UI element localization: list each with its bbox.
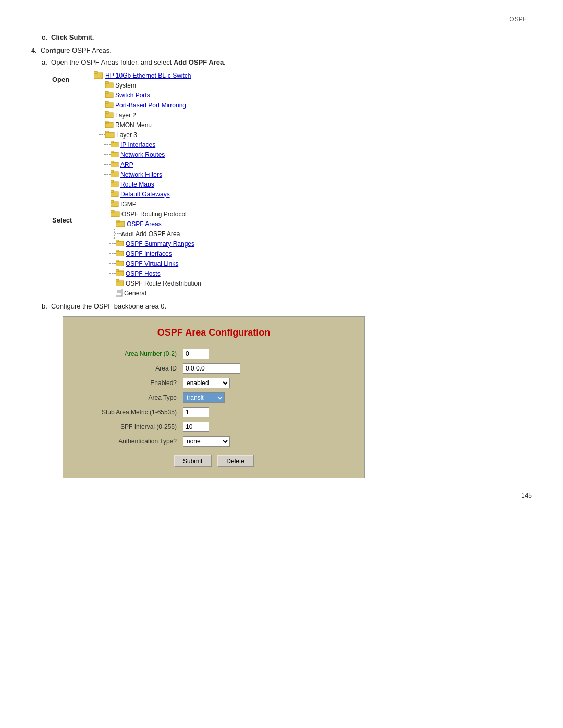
folder-icon-ospf-summary-ranges xyxy=(116,240,124,248)
tree-item-layer2: Layer 2 xyxy=(99,110,532,120)
folder-icon-layer3 xyxy=(105,131,115,139)
tree-label-default-gateways[interactable]: Default Gateways xyxy=(120,191,170,198)
select-area-type[interactable]: transit stub nssa xyxy=(183,392,225,403)
step-4a-prefix: a. xyxy=(42,58,47,66)
svg-rect-13 xyxy=(105,131,109,133)
tree-item-general: General xyxy=(109,288,532,298)
step-4a-bold: Add OSPF Area. xyxy=(174,58,226,66)
delete-button[interactable]: Delete xyxy=(217,455,254,467)
svg-rect-1 xyxy=(94,71,97,73)
step-4b-label: Configure the OSPF backbone area 0. xyxy=(51,302,166,310)
tree-item-system: System xyxy=(99,80,532,90)
tree-item-network-routes: Network Routes xyxy=(104,150,532,159)
label-enabled: Enabled? xyxy=(79,379,183,387)
select-enabled[interactable]: enabled disabled xyxy=(183,378,230,388)
tree-item-network-filters: Network Filters xyxy=(104,169,532,179)
step-c-text: Click xyxy=(51,33,69,41)
tree-label-ospf-virtual-links[interactable]: OSPF Virtual Links xyxy=(126,260,178,267)
config-form: Area Number (0-2) Area ID Enabled? enabl… xyxy=(79,349,349,467)
tree-label-network-filters[interactable]: Network Filters xyxy=(120,171,162,178)
page-number: 145 xyxy=(521,492,532,499)
label-area-id: Area ID xyxy=(79,365,183,372)
svg-rect-42 xyxy=(116,289,122,296)
folder-icon-port-mirroring xyxy=(105,101,114,109)
tree-label-ospf-routing-protocol: OSPF Routing Protocol xyxy=(121,211,187,218)
step-4a-text: a. Open the OSPF Areas folder, and selec… xyxy=(42,58,532,66)
tree-label-ospf-summary-ranges[interactable]: OSPF Summary Ranges xyxy=(126,240,194,248)
form-row-area-id: Area ID xyxy=(79,363,349,374)
svg-rect-41 xyxy=(116,279,119,281)
submit-button[interactable]: Submit xyxy=(174,455,212,467)
tree-label-route-maps[interactable]: Route Maps xyxy=(120,181,154,188)
svg-rect-27 xyxy=(111,200,114,202)
tree-item-ospf-route-redist: OSPF Route Redistribution xyxy=(109,278,532,288)
tree-item-ospf-interfaces: OSPF Interfaces xyxy=(109,249,532,258)
label-stub-metric: Stub Area Metric (1-65535) xyxy=(79,409,183,416)
folder-icon-arp xyxy=(111,161,119,169)
folder-icon-ospf-routing xyxy=(111,210,120,218)
add-icon: Add! xyxy=(121,231,134,237)
folder-icon-ospf-hosts xyxy=(116,269,124,278)
form-row-area-number: Area Number (0-2) xyxy=(79,349,349,359)
label-spf-interval: SPF Interval (0-255) xyxy=(79,423,183,430)
tree-ospf-areas-children: Add! Add OSPF Area xyxy=(114,229,532,239)
button-row: Submit Delete xyxy=(79,455,349,467)
tree-label-ospf-interfaces[interactable]: OSPF Interfaces xyxy=(126,250,172,257)
folder-icon-default-gateways xyxy=(111,190,119,199)
folder-icon-ospf-virtual-links xyxy=(116,260,124,268)
tree-diagram: Open Select HP 10Gb Ethernet BL-c Switch xyxy=(52,70,532,298)
input-area-number[interactable] xyxy=(183,349,209,359)
config-box: OSPF Area Configuration Area Number (0-2… xyxy=(63,316,365,478)
svg-rect-19 xyxy=(111,161,114,163)
label-area-number: Area Number (0-2) xyxy=(79,350,183,357)
tree-root-row: HP 10Gb Ethernet BL-c Switch xyxy=(94,70,532,80)
input-spf-interval[interactable] xyxy=(183,422,209,432)
form-row-stub-metric: Stub Area Metric (1-65535) xyxy=(79,407,349,417)
svg-rect-29 xyxy=(111,210,114,212)
config-title: OSPF Area Configuration xyxy=(79,327,349,338)
step-4b: b. Configure the OSPF backbone area 0. O… xyxy=(42,302,532,478)
tree-label-rmon: RMON Menu xyxy=(115,121,152,129)
tree-label-igmp: IGMP xyxy=(120,201,137,208)
tree-label-arp[interactable]: ARP xyxy=(120,161,133,168)
tree-label-ospf-hosts[interactable]: OSPF Hosts xyxy=(126,270,161,277)
folder-icon-route-maps xyxy=(111,180,119,189)
svg-rect-21 xyxy=(111,170,114,172)
form-row-spf-interval: SPF Interval (0-255) xyxy=(79,422,349,432)
folder-icon-ip-interfaces xyxy=(111,141,119,149)
tree-item-ospf-virtual-links: OSPF Virtual Links xyxy=(109,258,532,268)
folder-icon-rmon xyxy=(105,121,114,129)
svg-rect-37 xyxy=(116,260,119,262)
tree-label-port-mirroring[interactable]: Port-Based Port Mirroring xyxy=(115,102,186,109)
svg-rect-31 xyxy=(116,220,119,222)
svg-rect-7 xyxy=(105,101,108,103)
input-area-id[interactable] xyxy=(183,363,240,374)
tree-label-layer2: Layer 2 xyxy=(115,112,136,119)
tree-label-ospf-areas[interactable]: OSPF Areas xyxy=(127,220,162,228)
folder-icon-system xyxy=(105,81,114,90)
step-4b-prefix: b. xyxy=(42,302,47,310)
tree-label-system: System xyxy=(115,82,136,89)
tree-item-default-gateways: Default Gateways xyxy=(104,189,532,199)
tree-root-label[interactable]: HP 10Gb Ethernet BL-c Switch xyxy=(105,72,191,79)
svg-rect-33 xyxy=(116,240,119,242)
tree-label-switch-ports[interactable]: Switch Ports xyxy=(115,92,150,99)
step-c: c. Click Submit. xyxy=(42,33,532,41)
tree-label-ip-interfaces[interactable]: IP Interfaces xyxy=(120,141,155,149)
svg-rect-23 xyxy=(111,180,114,182)
tree-item-ospf-hosts: OSPF Hosts xyxy=(109,268,532,278)
label-auth-type: Authentication Type? xyxy=(79,438,183,445)
svg-rect-0 xyxy=(94,73,103,79)
select-auth-type[interactable]: none simple MD5 xyxy=(183,436,230,447)
folder-icon-ospf-route-redist xyxy=(116,279,124,288)
step-4a: a. Open the OSPF Areas folder, and selec… xyxy=(42,58,532,298)
svg-rect-17 xyxy=(111,151,114,153)
tree-label-network-routes[interactable]: Network Routes xyxy=(120,151,165,158)
svg-rect-9 xyxy=(105,111,108,113)
tree-label-add-ospf-area: Add OSPF Area xyxy=(136,230,180,238)
step-4a-text-label: Open the OSPF Areas folder, and select xyxy=(51,58,174,66)
folder-icon-network-filters xyxy=(111,170,119,179)
folder-icon-ospf-interfaces xyxy=(116,250,124,258)
input-stub-metric[interactable] xyxy=(183,407,209,417)
folder-icon-network-routes xyxy=(111,151,119,159)
